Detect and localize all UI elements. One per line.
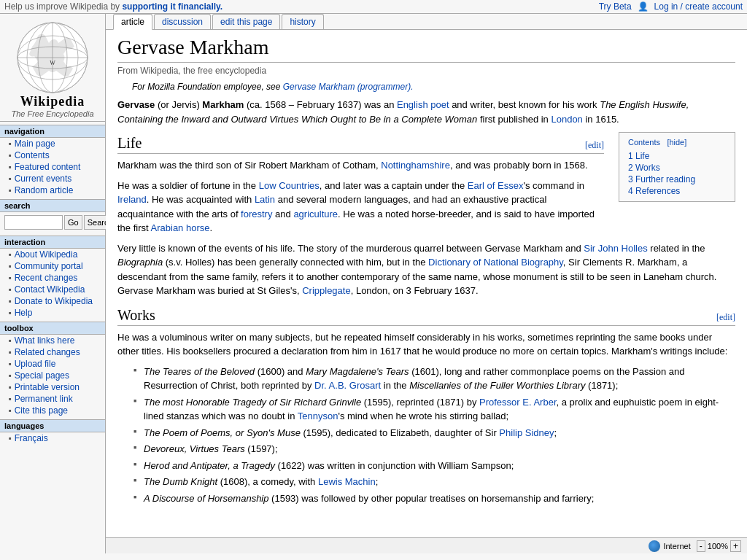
tab-edit[interactable]: edit this page bbox=[212, 14, 280, 29]
search-input[interactable] bbox=[4, 215, 63, 230]
zoom-level: 100% bbox=[708, 542, 728, 551]
interaction-items: About Wikipedia Community portal Recent … bbox=[0, 249, 105, 319]
sidebar-item-specialpages[interactable]: Special pages bbox=[0, 370, 105, 381]
hatnote-text: For Mozilla Foundation employee, see bbox=[132, 82, 280, 92]
sidebar: W Wikipedia The Free Encyclopedia naviga… bbox=[0, 14, 106, 553]
link-essex[interactable]: Earl of Essex bbox=[468, 180, 524, 191]
contents-box: Contents [hide] 1 Life 2 Works 3 Further… bbox=[619, 132, 735, 202]
help-text: Help us improve Wikipedia by bbox=[4, 1, 120, 12]
link-arber[interactable]: Professor E. Arber bbox=[479, 397, 557, 408]
help-link[interactable]: supporting it financially. bbox=[122, 1, 222, 12]
sidebar-item-recentchanges[interactable]: Recent changes bbox=[0, 272, 105, 284]
works-section: Works [edit] He was a voluminous writer … bbox=[117, 307, 735, 506]
go-button[interactable]: Go bbox=[64, 215, 82, 230]
sidebar-item-francais[interactable]: Français bbox=[0, 432, 105, 444]
logo-area: W Wikipedia The Free Encyclopedia bbox=[0, 17, 105, 122]
life-section-header: Life [edit] bbox=[117, 135, 604, 154]
list-item: The most Honorable Tragedy of Sir Richar… bbox=[132, 395, 735, 424]
link-arabian[interactable]: Arabian horse bbox=[151, 222, 210, 233]
list-item: Herod and Antipater, a Tragedy (1622) wa… bbox=[132, 459, 735, 473]
link-dnb[interactable]: Dictionary of National Biography bbox=[428, 257, 563, 268]
interaction-section-title: interaction bbox=[0, 236, 105, 249]
sidebar-item-mainpage[interactable]: Main page bbox=[0, 138, 105, 149]
link-agriculture[interactable]: agriculture bbox=[293, 209, 338, 219]
works-edit-link[interactable]: [edit] bbox=[716, 312, 735, 323]
sidebar-item-community[interactable]: Community portal bbox=[0, 260, 105, 272]
link-holles[interactable]: Sir John Holles bbox=[584, 243, 647, 254]
top-bar: Help us improve Wikipedia by supporting … bbox=[0, 0, 747, 14]
hatnote: For Mozilla Foundation employee, see Ger… bbox=[132, 82, 735, 92]
hatnote-link[interactable]: Gervase Markham (programmer). bbox=[283, 82, 414, 92]
nav-items: Main page Contents Featured content Curr… bbox=[0, 138, 105, 196]
sidebar-item-permalink[interactable]: Permanent link bbox=[0, 393, 105, 405]
sidebar-item-whatlinks[interactable]: What links here bbox=[0, 335, 105, 346]
layout: W Wikipedia The Free Encyclopedia naviga… bbox=[0, 14, 747, 553]
sidebar-item-contact[interactable]: Contact Wikipedia bbox=[0, 284, 105, 295]
life-para-3: Very little is known of the events of hi… bbox=[117, 241, 735, 298]
sidebar-item-about[interactable]: About Wikipedia bbox=[0, 249, 105, 260]
sidebar-item-help[interactable]: Help bbox=[0, 307, 105, 319]
sidebar-item-relatedchanges[interactable]: Related changes bbox=[0, 346, 105, 358]
link-sidney[interactable]: Philip Sidney bbox=[499, 427, 554, 438]
sidebar-item-currentevents[interactable]: Current events bbox=[0, 173, 105, 184]
article-source: From Wikipedia, the free encyclopedia bbox=[117, 66, 735, 76]
contents-item-4[interactable]: 4 References bbox=[628, 185, 726, 197]
list-item: Devoreux, Virtues Tears (1597); bbox=[132, 442, 735, 456]
try-beta-link[interactable]: Try Beta bbox=[599, 1, 632, 12]
internet-label: Internet bbox=[663, 542, 690, 551]
status-bar: Internet - 100% + bbox=[106, 537, 747, 553]
search-section-title: search bbox=[0, 199, 105, 212]
link-tennyson[interactable]: Tennyson bbox=[298, 411, 338, 421]
contents-item-3[interactable]: 3 Further reading bbox=[628, 174, 726, 185]
sidebar-item-contents[interactable]: Contents bbox=[0, 149, 105, 161]
contents-hide-btn[interactable]: [hide] bbox=[667, 138, 686, 147]
link-latin[interactable]: Latin bbox=[255, 194, 275, 205]
logo-title: Wikipedia bbox=[3, 94, 102, 109]
sidebar-item-featured[interactable]: Featured content bbox=[0, 161, 105, 173]
zoom-in-button[interactable]: + bbox=[730, 540, 741, 552]
search-box: Go Search bbox=[4, 215, 101, 230]
tab-article[interactable]: article bbox=[113, 14, 152, 30]
tabs: article discussion edit this page histor… bbox=[106, 14, 747, 30]
link-forestry[interactable]: forestry bbox=[241, 209, 272, 219]
link-london[interactable]: London bbox=[551, 114, 582, 125]
article-intro-name: Gervase bbox=[117, 99, 155, 110]
article-intro-name2: Markham bbox=[202, 99, 244, 110]
tab-discussion[interactable]: discussion bbox=[154, 14, 211, 29]
zoom-out-button[interactable]: - bbox=[697, 540, 705, 552]
tab-history[interactable]: history bbox=[282, 14, 323, 29]
link-ireland[interactable]: Ireland bbox=[117, 194, 147, 205]
sidebar-item-donate[interactable]: Donate to Wikipedia bbox=[0, 295, 105, 307]
link-cripplegate[interactable]: Cripplegate bbox=[302, 285, 351, 296]
sidebar-item-printable[interactable]: Printable version bbox=[0, 381, 105, 393]
user-icon: 👤 bbox=[638, 1, 649, 12]
svg-text:W: W bbox=[50, 60, 55, 66]
link-grosart[interactable]: Dr. A.B. Grosart bbox=[314, 380, 381, 391]
sidebar-item-uploadfile[interactable]: Upload file bbox=[0, 358, 105, 370]
logo-subtitle: The Free Encyclopedia bbox=[3, 109, 102, 118]
sidebar-item-random[interactable]: Random article bbox=[0, 184, 105, 196]
top-bar-help: Help us improve Wikipedia by supporting … bbox=[4, 1, 222, 12]
login-link[interactable]: Log in / create account bbox=[654, 1, 743, 12]
internet-status: Internet bbox=[649, 540, 690, 552]
contents-title: Contents bbox=[628, 138, 660, 147]
link-english[interactable]: English poet bbox=[397, 99, 449, 110]
life-edit-link[interactable]: [edit] bbox=[585, 140, 604, 151]
works-intro: He was a voluminous writer on many subje… bbox=[117, 330, 735, 359]
main-wrapper: article discussion edit this page histor… bbox=[106, 14, 747, 553]
toolbox-items: What links here Related changes Upload f… bbox=[0, 335, 105, 416]
languages-items: Français bbox=[0, 432, 105, 444]
sidebar-item-citethispage[interactable]: Cite this page bbox=[0, 405, 105, 416]
zoom-controls: - 100% + bbox=[697, 540, 741, 552]
nav-section-title: navigation bbox=[0, 125, 105, 138]
wikipedia-globe: W bbox=[16, 21, 89, 94]
link-nottinghamshire[interactable]: Nottinghamshire bbox=[381, 160, 450, 171]
link-lowcountries[interactable]: Low Countries bbox=[259, 180, 320, 191]
contents-item-2[interactable]: 2 Works bbox=[628, 162, 726, 174]
article-intro: Gervase (or Jervis) Markham (ca. 1568 – … bbox=[117, 98, 735, 126]
toolbox-section-title: toolbox bbox=[0, 322, 105, 335]
works-list: The Teares of the Beloved (1600) and Mar… bbox=[132, 365, 735, 506]
article-title: Gervase Markham bbox=[117, 36, 735, 63]
link-machin[interactable]: Lewis Machin bbox=[318, 476, 376, 487]
contents-item-1[interactable]: 1 Life bbox=[628, 150, 726, 162]
